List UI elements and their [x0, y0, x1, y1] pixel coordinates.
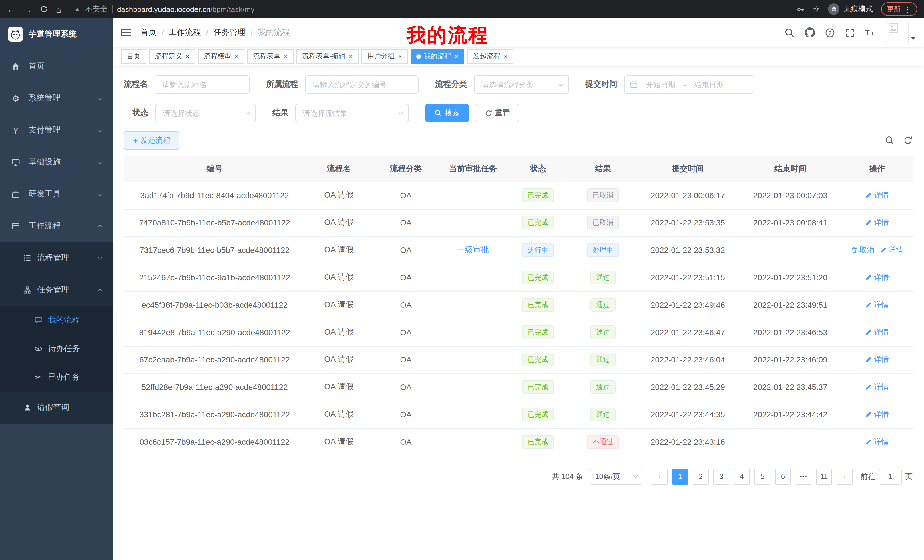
more-pages-button[interactable]: •••: [795, 469, 812, 484]
detail-link[interactable]: 详情: [866, 382, 889, 392]
update-chip[interactable]: 更新 ⋮: [881, 2, 917, 16]
tab-process-model[interactable]: 流程模型×: [198, 49, 244, 64]
tab-user-group[interactable]: 用户分组×: [362, 49, 408, 64]
close-icon[interactable]: ×: [235, 53, 239, 60]
page-button-4[interactable]: 4: [734, 469, 750, 484]
detail-link[interactable]: 详情: [866, 409, 889, 419]
close-icon[interactable]: ×: [454, 53, 459, 60]
refresh-icon[interactable]: [903, 136, 913, 145]
close-icon[interactable]: ×: [186, 53, 190, 60]
next-page-button[interactable]: ›: [837, 469, 853, 484]
status-select[interactable]: [155, 104, 256, 122]
process-name-input[interactable]: [155, 75, 249, 94]
tab-process-form[interactable]: 流程表单×: [247, 49, 294, 64]
result-select[interactable]: [295, 104, 409, 122]
tab-my-process[interactable]: 我的流程×: [411, 49, 464, 64]
sidebar-item-workflow[interactable]: 工作流程: [0, 210, 112, 242]
result-badge: 通过: [591, 271, 616, 284]
forward-icon[interactable]: →: [23, 5, 32, 13]
page-button-2[interactable]: 2: [693, 469, 709, 484]
result-badge: 通过: [591, 407, 616, 421]
tab-process-definition[interactable]: 流程定义×: [149, 49, 195, 64]
current-task-link[interactable]: 一级审批: [457, 245, 489, 254]
tab-home[interactable]: 首页: [121, 49, 146, 64]
result-badge: 通过: [591, 325, 616, 339]
home-icon[interactable]: ⌂: [56, 5, 61, 13]
detail-link[interactable]: 详情: [866, 300, 889, 310]
address-bar[interactable]: ▲ 不安全 dashboard.yudao.iocoder.cn/bpm/tas…: [74, 4, 788, 14]
close-icon[interactable]: ×: [504, 53, 508, 60]
end-date-input[interactable]: [688, 80, 729, 89]
tab-process-form-edit[interactable]: 流程表单-编辑×: [296, 49, 358, 64]
parent-process-input[interactable]: [305, 75, 418, 94]
detail-link[interactable]: 详情: [880, 245, 903, 255]
app-title: 芋道管理系统: [28, 29, 76, 39]
col-end-time: 结束时间: [739, 156, 842, 181]
sidebar-item-system[interactable]: ⚙ 系统管理: [0, 82, 112, 114]
reset-button[interactable]: 重置: [476, 104, 519, 122]
sidebar-item-leave-query[interactable]: 请假查询: [0, 392, 112, 424]
reload-icon[interactable]: [40, 5, 48, 13]
sidebar-item-process-mgmt[interactable]: 流程管理: [0, 242, 112, 274]
page-button-6[interactable]: 6: [775, 469, 791, 484]
cancel-link[interactable]: 取消: [851, 245, 874, 255]
detail-link[interactable]: 详情: [866, 327, 889, 337]
sidebar-item-task-mgmt[interactable]: 任务管理: [0, 274, 112, 306]
prev-page-button[interactable]: ‹: [652, 469, 668, 484]
search-icon[interactable]: [784, 28, 794, 37]
sidebar-item-home[interactable]: 首页: [0, 50, 112, 82]
breadcrumb: 首页 / 工作流程 / 任务管理 / 我的流程: [141, 27, 290, 38]
tab-start-process[interactable]: 发起流程×: [467, 49, 513, 64]
goto-page-input[interactable]: [879, 469, 902, 484]
sidebar-item-devtools[interactable]: 研发工具: [0, 178, 112, 210]
breadcrumb-home[interactable]: 首页: [141, 27, 156, 38]
password-key-icon[interactable]: [796, 5, 805, 13]
page-button-5[interactable]: 5: [754, 469, 770, 484]
result-badge: 已取消: [587, 189, 619, 202]
close-icon[interactable]: ×: [349, 53, 353, 60]
status-badge: 已完成: [522, 271, 554, 284]
back-icon[interactable]: ←: [7, 5, 15, 13]
github-icon[interactable]: [805, 27, 815, 38]
breadcrumb-workflow[interactable]: 工作流程: [169, 27, 201, 38]
show-search-icon[interactable]: [885, 136, 894, 145]
sidebar-item-infra[interactable]: 基础设施: [0, 146, 112, 178]
result-badge: 不通过: [587, 435, 619, 449]
detail-link[interactable]: 详情: [866, 437, 889, 447]
page-size-select[interactable]: 10条/页: [590, 469, 642, 484]
sidebar-item-my-process[interactable]: 我的流程: [0, 306, 112, 334]
sidebar-item-payment[interactable]: ¥ 支付管理: [0, 114, 112, 146]
submit-time-range-picker[interactable]: -: [624, 75, 753, 94]
close-icon[interactable]: ×: [398, 53, 402, 60]
detail-link[interactable]: 详情: [866, 190, 889, 201]
user-menu[interactable]: [887, 22, 915, 43]
home-menu-icon: [11, 62, 21, 70]
task-submenu: 我的流程 待办任务 ✂ 已办任务: [0, 306, 112, 392]
hamburger-icon[interactable]: [121, 28, 131, 37]
table-row: ec45f38f-7b9a-11ec-b03b-acde48001122 OA …: [124, 291, 913, 319]
help-icon[interactable]: ?: [825, 28, 835, 37]
font-size-icon[interactable]: TT: [865, 28, 877, 37]
url-text[interactable]: dashboard.yudao.iocoder.cn/bpm/task/my: [117, 5, 254, 13]
search-button[interactable]: 搜索: [426, 104, 469, 122]
page-button-11[interactable]: 11: [816, 469, 832, 484]
breadcrumb-task-mgmt[interactable]: 任务管理: [214, 27, 246, 38]
page-button-3[interactable]: 3: [713, 469, 729, 484]
page-button-1[interactable]: 1: [672, 469, 688, 484]
bookmark-star-icon[interactable]: ☆: [813, 4, 820, 14]
start-date-input[interactable]: [640, 80, 681, 89]
close-icon[interactable]: ×: [284, 53, 288, 60]
chat-bubble-icon: [34, 316, 42, 324]
detail-link[interactable]: 详情: [866, 272, 889, 283]
detail-link[interactable]: 详情: [866, 355, 889, 365]
sidebar-item-done-tasks[interactable]: ✂ 已办任务: [0, 363, 112, 392]
create-process-button[interactable]: + 发起流程: [124, 131, 179, 150]
avatar: [887, 22, 909, 43]
category-select[interactable]: [474, 75, 569, 94]
security-label[interactable]: 不安全: [85, 4, 107, 14]
fullscreen-icon[interactable]: [845, 28, 855, 37]
col-result: 结果: [569, 156, 636, 181]
detail-link[interactable]: 详情: [866, 217, 889, 228]
browser-menu-icon[interactable]: ⋮: [904, 5, 911, 13]
sidebar-item-todo-tasks[interactable]: 待办任务: [0, 334, 112, 363]
